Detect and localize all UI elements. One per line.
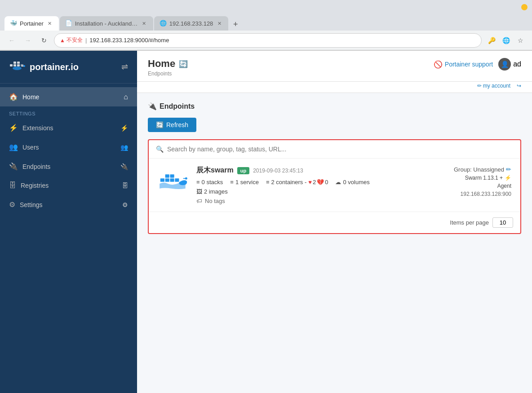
users-icon-right: 👥: [120, 144, 128, 151]
tab-ip-label: 192.168.233.128: [169, 20, 213, 27]
new-tab-button[interactable]: +: [229, 18, 242, 31]
user-icon: 👤: [501, 61, 509, 68]
endpoint-timestamp: 2019-09-03 23:45:13: [253, 168, 303, 174]
svg-rect-1: [13, 64, 16, 66]
services-value: 1 service: [235, 179, 259, 185]
browser-titlebar: [0, 0, 532, 14]
sidebar-item-extensions[interactable]: ⚡ Extensions ⚡: [0, 118, 137, 137]
version-info: Swarm 1.13.1 + ⚡: [465, 175, 511, 181]
refresh-btn-label: Refresh: [166, 121, 188, 128]
endpoint-stats-images: 🖼 2 images: [196, 188, 423, 195]
support-label: Portainer support: [445, 61, 493, 68]
tab-installation-close[interactable]: ✕: [141, 20, 148, 27]
svg-rect-12: [170, 178, 174, 182]
page-title: Home: [148, 58, 175, 70]
reload-button[interactable]: ↻: [38, 34, 50, 47]
title-refresh-icon[interactable]: 🔄: [179, 60, 188, 68]
section-title: 🔌 Endpoints: [148, 102, 521, 110]
forward-button[interactable]: →: [22, 34, 34, 47]
security-triangle-icon: ▲: [60, 37, 65, 44]
registries-icon: 🗄: [9, 181, 16, 190]
search-input[interactable]: [167, 146, 513, 153]
stat-services: ≡ 1 service: [230, 179, 259, 185]
main-header-left: Home 🔄 Endpoints: [148, 58, 188, 77]
stacks-value: 0 stacks: [202, 179, 223, 185]
agent-label: Agent: [497, 183, 511, 189]
healthy-count: 2: [313, 179, 316, 185]
user-menu[interactable]: 👤 ad: [498, 58, 521, 71]
sidebar-item-home[interactable]: 🏠 Home ⌂: [0, 87, 137, 106]
sidebar-item-users[interactable]: 👥 Users 👥: [0, 137, 137, 157]
bookmark-button[interactable]: 🔑: [485, 34, 498, 47]
stat-volumes: ☁ 0 volumes: [335, 179, 369, 185]
users-icon: 👥: [9, 143, 18, 151]
registries-icon-right: 🗄: [122, 182, 128, 189]
endpoint-card[interactable]: 辰木swarm up 2019-09-03 23:45:13 ≡ 0 stack…: [149, 159, 520, 212]
sidebar-item-registries[interactable]: 🗄 Registries 🗄: [0, 176, 137, 195]
sidebar-item-home-label: Home: [22, 93, 39, 101]
home-icon: 🏠: [9, 93, 18, 101]
sidebar-item-endpoints[interactable]: 🔌 Endpoints 🔌: [0, 157, 137, 176]
endpoints-icon: 🔌: [9, 162, 18, 171]
images-value: 2 images: [204, 188, 228, 195]
settings-icon-right: ⚙: [122, 201, 128, 208]
support-icon: 🚫: [434, 60, 443, 69]
svg-rect-14: [175, 178, 179, 182]
main-body: 🔌 Endpoints 🔄 Refresh 🔍: [137, 93, 532, 393]
tab-installation-favicon: 📄: [65, 20, 72, 27]
svg-rect-10: [165, 178, 169, 182]
docker-logo: [158, 166, 189, 193]
sidebar-settings-section: SETTINGS: [0, 106, 137, 118]
volumes-icon: ☁: [335, 179, 341, 185]
stacks-icon: ≡: [196, 179, 200, 185]
app-container: portainer.io ⇌ 🏠 Home ⌂ SETTINGS ⚡ Exten…: [0, 51, 532, 393]
user-name-label: ad: [513, 60, 521, 68]
svg-rect-3: [17, 64, 20, 66]
status-badge: up: [237, 167, 249, 174]
refresh-button[interactable]: 🔄 Refresh: [148, 118, 196, 132]
sidebar-toggle-button[interactable]: ⇌: [121, 62, 128, 72]
tab-installation[interactable]: 📄 Installation - Auckland, Singap... ✕: [60, 16, 153, 31]
tab-portainer-close[interactable]: ✕: [46, 20, 53, 27]
svg-point-6: [13, 66, 22, 70]
tags-value: No tags: [205, 198, 225, 204]
security-text: 不安全: [66, 36, 83, 44]
translate-button[interactable]: 🌐: [500, 34, 512, 47]
sidebar-item-settings[interactable]: ⚙ Settings ⚙: [0, 195, 137, 214]
stat-containers: ≡ 2 containers - ♥ 2 💔 0: [266, 179, 328, 185]
docker-logo-svg: [158, 168, 189, 190]
back-button[interactable]: ←: [5, 34, 18, 47]
svg-rect-2: [13, 62, 16, 64]
tab-installation-label: Installation - Auckland, Singap...: [75, 20, 138, 27]
sidebar-item-settings-label: Settings: [20, 201, 43, 208]
tab-portainer-label: Portainer: [20, 20, 44, 27]
tab-portainer[interactable]: 🐳 Portainer ✕: [4, 16, 59, 31]
minimize-button[interactable]: [521, 4, 528, 10]
group-label: Group: Unassigned ✏: [454, 166, 511, 173]
tab-ip-close[interactable]: ✕: [216, 20, 223, 27]
support-link[interactable]: 🚫 Portainer support: [434, 60, 493, 69]
logout-link[interactable]: ↪: [517, 83, 521, 89]
pagination-row: Items per page: [149, 212, 520, 233]
endpoint-url: 192.168.233.128:900: [461, 191, 511, 197]
items-per-page-input[interactable]: [492, 217, 513, 228]
omnibar-actions: 🔑 🌐 ☆: [485, 34, 527, 47]
tab-ip-favicon: 🌐: [160, 20, 167, 27]
star-button[interactable]: ☆: [514, 34, 527, 47]
main-content: Home 🔄 Endpoints 🚫 Portainer support 👤 a…: [137, 51, 532, 393]
endpoint-tags: 🏷 No tags: [196, 198, 423, 204]
main-title: Home 🔄: [148, 58, 188, 70]
main-header: Home 🔄 Endpoints 🚫 Portainer support 👤 a…: [137, 51, 532, 82]
svg-rect-4: [17, 62, 20, 64]
address-bar[interactable]: ▲ 不安全 | 192.168.233.128:9000/#/home: [54, 33, 482, 48]
settings-icon: ⚙: [9, 200, 15, 209]
edit-icon[interactable]: ✏: [506, 166, 511, 173]
account-icon: ✏: [477, 83, 482, 89]
extensions-chevron-icon: ⚡: [120, 124, 128, 132]
containers-value: 2 containers -: [271, 179, 307, 185]
browser-omnibar: ← → ↻ ▲ 不安全 | 192.168.233.128:9000/#/hom…: [0, 31, 532, 50]
tab-ip[interactable]: 🌐 192.168.233.128 ✕: [154, 16, 229, 31]
svg-rect-13: [170, 174, 174, 178]
my-account-link[interactable]: ✏ my account: [477, 83, 510, 89]
containers-icon: ≡: [266, 179, 270, 185]
